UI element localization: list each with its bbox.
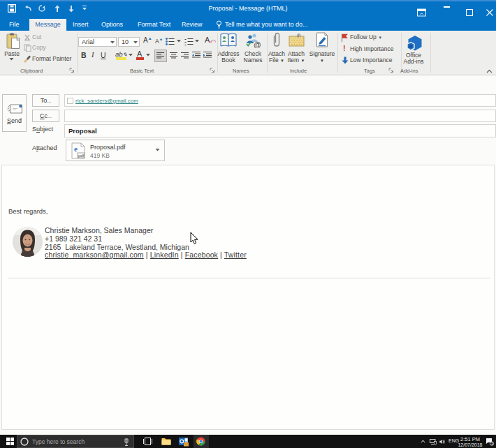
svg-text:pdf: pdf — [78, 154, 85, 158]
svg-text:e: e — [74, 144, 78, 153]
svg-text:1: 1 — [491, 442, 493, 446]
svg-text:@: @ — [254, 40, 261, 49]
